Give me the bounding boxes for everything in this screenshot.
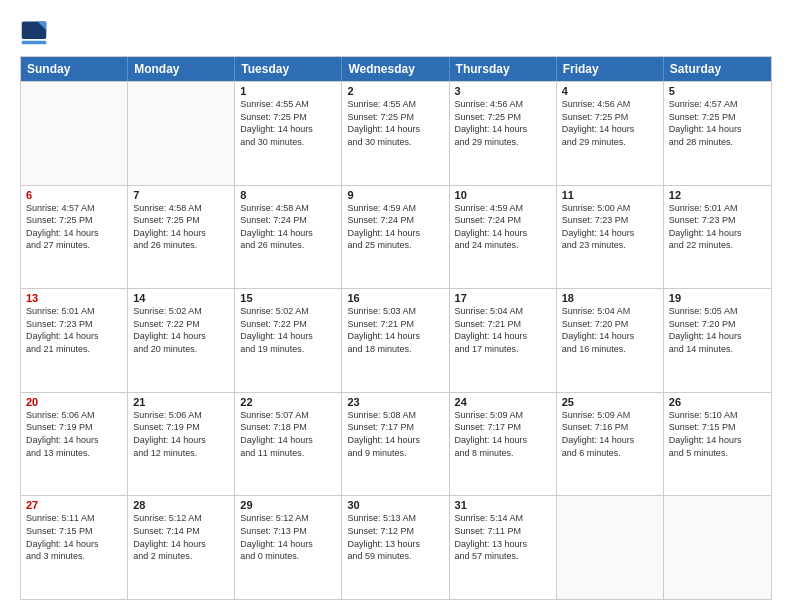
cell-info: Sunrise: 5:06 AMSunset: 7:19 PMDaylight:… xyxy=(26,409,122,459)
day-number: 6 xyxy=(26,189,122,201)
weekday-header-wednesday: Wednesday xyxy=(342,57,449,81)
cell-info: Sunrise: 4:59 AMSunset: 7:24 PMDaylight:… xyxy=(455,202,551,252)
day-number: 27 xyxy=(26,499,122,511)
day-number: 25 xyxy=(562,396,658,408)
cell-info: Sunrise: 4:58 AMSunset: 7:25 PMDaylight:… xyxy=(133,202,229,252)
cell-info: Sunrise: 5:14 AMSunset: 7:11 PMDaylight:… xyxy=(455,512,551,562)
calendar-cell-3: 3Sunrise: 4:56 AMSunset: 7:25 PMDaylight… xyxy=(450,82,557,185)
day-number: 14 xyxy=(133,292,229,304)
calendar-body: 1Sunrise: 4:55 AMSunset: 7:25 PMDaylight… xyxy=(21,81,771,599)
day-number: 20 xyxy=(26,396,122,408)
day-number: 18 xyxy=(562,292,658,304)
weekday-header-tuesday: Tuesday xyxy=(235,57,342,81)
svg-rect-2 xyxy=(22,41,47,45)
calendar-row-3: 13Sunrise: 5:01 AMSunset: 7:23 PMDayligh… xyxy=(21,288,771,392)
day-number: 10 xyxy=(455,189,551,201)
day-number: 9 xyxy=(347,189,443,201)
day-number: 31 xyxy=(455,499,551,511)
calendar-cell-29: 29Sunrise: 5:12 AMSunset: 7:13 PMDayligh… xyxy=(235,496,342,599)
logo xyxy=(20,18,50,46)
cell-info: Sunrise: 5:03 AMSunset: 7:21 PMDaylight:… xyxy=(347,305,443,355)
calendar-row-2: 6Sunrise: 4:57 AMSunset: 7:25 PMDaylight… xyxy=(21,185,771,289)
calendar-cell-10: 10Sunrise: 4:59 AMSunset: 7:24 PMDayligh… xyxy=(450,186,557,289)
day-number: 29 xyxy=(240,499,336,511)
cell-info: Sunrise: 5:05 AMSunset: 7:20 PMDaylight:… xyxy=(669,305,766,355)
calendar-cell-4: 4Sunrise: 4:56 AMSunset: 7:25 PMDaylight… xyxy=(557,82,664,185)
cell-info: Sunrise: 5:07 AMSunset: 7:18 PMDaylight:… xyxy=(240,409,336,459)
cell-info: Sunrise: 5:13 AMSunset: 7:12 PMDaylight:… xyxy=(347,512,443,562)
calendar-cell-18: 18Sunrise: 5:04 AMSunset: 7:20 PMDayligh… xyxy=(557,289,664,392)
cell-info: Sunrise: 5:04 AMSunset: 7:20 PMDaylight:… xyxy=(562,305,658,355)
cell-info: Sunrise: 5:09 AMSunset: 7:16 PMDaylight:… xyxy=(562,409,658,459)
cell-info: Sunrise: 5:00 AMSunset: 7:23 PMDaylight:… xyxy=(562,202,658,252)
calendar-cell-19: 19Sunrise: 5:05 AMSunset: 7:20 PMDayligh… xyxy=(664,289,771,392)
calendar-cell-16: 16Sunrise: 5:03 AMSunset: 7:21 PMDayligh… xyxy=(342,289,449,392)
calendar-cell-empty xyxy=(21,82,128,185)
day-number: 24 xyxy=(455,396,551,408)
cell-info: Sunrise: 5:12 AMSunset: 7:14 PMDaylight:… xyxy=(133,512,229,562)
cell-info: Sunrise: 5:11 AMSunset: 7:15 PMDaylight:… xyxy=(26,512,122,562)
calendar-cell-17: 17Sunrise: 5:04 AMSunset: 7:21 PMDayligh… xyxy=(450,289,557,392)
calendar-cell-7: 7Sunrise: 4:58 AMSunset: 7:25 PMDaylight… xyxy=(128,186,235,289)
calendar-cell-empty xyxy=(128,82,235,185)
calendar-cell-30: 30Sunrise: 5:13 AMSunset: 7:12 PMDayligh… xyxy=(342,496,449,599)
calendar-cell-15: 15Sunrise: 5:02 AMSunset: 7:22 PMDayligh… xyxy=(235,289,342,392)
cell-info: Sunrise: 5:02 AMSunset: 7:22 PMDaylight:… xyxy=(133,305,229,355)
calendar-cell-6: 6Sunrise: 4:57 AMSunset: 7:25 PMDaylight… xyxy=(21,186,128,289)
day-number: 2 xyxy=(347,85,443,97)
cell-info: Sunrise: 5:04 AMSunset: 7:21 PMDaylight:… xyxy=(455,305,551,355)
calendar-cell-2: 2Sunrise: 4:55 AMSunset: 7:25 PMDaylight… xyxy=(342,82,449,185)
calendar-cell-26: 26Sunrise: 5:10 AMSunset: 7:15 PMDayligh… xyxy=(664,393,771,496)
calendar-cell-12: 12Sunrise: 5:01 AMSunset: 7:23 PMDayligh… xyxy=(664,186,771,289)
day-number: 30 xyxy=(347,499,443,511)
cell-info: Sunrise: 4:59 AMSunset: 7:24 PMDaylight:… xyxy=(347,202,443,252)
calendar-cell-31: 31Sunrise: 5:14 AMSunset: 7:11 PMDayligh… xyxy=(450,496,557,599)
cell-info: Sunrise: 5:02 AMSunset: 7:22 PMDaylight:… xyxy=(240,305,336,355)
calendar-cell-24: 24Sunrise: 5:09 AMSunset: 7:17 PMDayligh… xyxy=(450,393,557,496)
calendar-header: SundayMondayTuesdayWednesdayThursdayFrid… xyxy=(21,57,771,81)
day-number: 16 xyxy=(347,292,443,304)
day-number: 21 xyxy=(133,396,229,408)
calendar-cell-20: 20Sunrise: 5:06 AMSunset: 7:19 PMDayligh… xyxy=(21,393,128,496)
day-number: 23 xyxy=(347,396,443,408)
calendar-cell-8: 8Sunrise: 4:58 AMSunset: 7:24 PMDaylight… xyxy=(235,186,342,289)
day-number: 4 xyxy=(562,85,658,97)
cell-info: Sunrise: 4:57 AMSunset: 7:25 PMDaylight:… xyxy=(26,202,122,252)
day-number: 19 xyxy=(669,292,766,304)
weekday-header-monday: Monday xyxy=(128,57,235,81)
day-number: 8 xyxy=(240,189,336,201)
calendar-row-4: 20Sunrise: 5:06 AMSunset: 7:19 PMDayligh… xyxy=(21,392,771,496)
calendar-cell-1: 1Sunrise: 4:55 AMSunset: 7:25 PMDaylight… xyxy=(235,82,342,185)
weekday-header-friday: Friday xyxy=(557,57,664,81)
day-number: 13 xyxy=(26,292,122,304)
cell-info: Sunrise: 5:01 AMSunset: 7:23 PMDaylight:… xyxy=(26,305,122,355)
day-number: 22 xyxy=(240,396,336,408)
cell-info: Sunrise: 4:58 AMSunset: 7:24 PMDaylight:… xyxy=(240,202,336,252)
calendar-cell-28: 28Sunrise: 5:12 AMSunset: 7:14 PMDayligh… xyxy=(128,496,235,599)
calendar-cell-27: 27Sunrise: 5:11 AMSunset: 7:15 PMDayligh… xyxy=(21,496,128,599)
calendar-cell-13: 13Sunrise: 5:01 AMSunset: 7:23 PMDayligh… xyxy=(21,289,128,392)
header xyxy=(20,18,772,46)
cell-info: Sunrise: 4:56 AMSunset: 7:25 PMDaylight:… xyxy=(455,98,551,148)
calendar-cell-21: 21Sunrise: 5:06 AMSunset: 7:19 PMDayligh… xyxy=(128,393,235,496)
cell-info: Sunrise: 5:12 AMSunset: 7:13 PMDaylight:… xyxy=(240,512,336,562)
calendar-cell-empty xyxy=(664,496,771,599)
cell-info: Sunrise: 5:10 AMSunset: 7:15 PMDaylight:… xyxy=(669,409,766,459)
calendar-cell-empty xyxy=(557,496,664,599)
calendar-cell-9: 9Sunrise: 4:59 AMSunset: 7:24 PMDaylight… xyxy=(342,186,449,289)
calendar: SundayMondayTuesdayWednesdayThursdayFrid… xyxy=(20,56,772,600)
day-number: 7 xyxy=(133,189,229,201)
calendar-row-5: 27Sunrise: 5:11 AMSunset: 7:15 PMDayligh… xyxy=(21,495,771,599)
day-number: 12 xyxy=(669,189,766,201)
weekday-header-saturday: Saturday xyxy=(664,57,771,81)
day-number: 3 xyxy=(455,85,551,97)
day-number: 15 xyxy=(240,292,336,304)
calendar-cell-5: 5Sunrise: 4:57 AMSunset: 7:25 PMDaylight… xyxy=(664,82,771,185)
calendar-cell-14: 14Sunrise: 5:02 AMSunset: 7:22 PMDayligh… xyxy=(128,289,235,392)
cell-info: Sunrise: 4:57 AMSunset: 7:25 PMDaylight:… xyxy=(669,98,766,148)
day-number: 1 xyxy=(240,85,336,97)
cell-info: Sunrise: 4:55 AMSunset: 7:25 PMDaylight:… xyxy=(240,98,336,148)
weekday-header-thursday: Thursday xyxy=(450,57,557,81)
cell-info: Sunrise: 5:01 AMSunset: 7:23 PMDaylight:… xyxy=(669,202,766,252)
day-number: 26 xyxy=(669,396,766,408)
